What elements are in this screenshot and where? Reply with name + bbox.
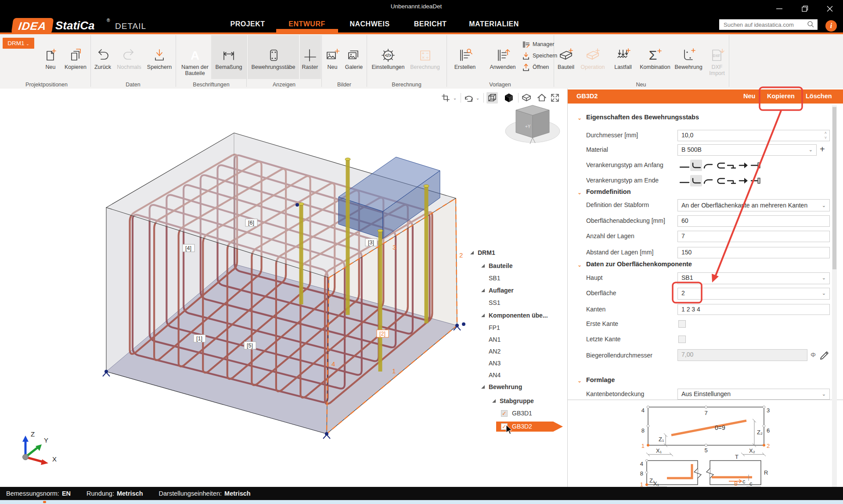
anchor-foot-icon[interactable] xyxy=(726,175,738,186)
edit-pencil-icon[interactable] xyxy=(819,349,829,361)
tree-expander-icon[interactable] xyxy=(470,251,474,254)
tree-expander-icon[interactable] xyxy=(492,399,496,403)
clipped-view-button[interactable] xyxy=(521,92,532,104)
anchor-hook-icon-selected[interactable] xyxy=(690,175,702,186)
fullscreen-button[interactable] xyxy=(549,92,561,104)
tree-node-an3[interactable]: AN3 xyxy=(489,360,501,367)
anchor-head-icon[interactable] xyxy=(738,175,749,186)
tree-node-an1[interactable]: AN1 xyxy=(489,336,501,343)
tab-materialien[interactable]: MATERIALIEN xyxy=(469,20,519,28)
zurueck-button[interactable]: Zurück xyxy=(92,47,113,70)
anchor-u-icon[interactable] xyxy=(714,160,726,171)
bewehrung-neu-button[interactable]: Bewehrung xyxy=(673,47,704,70)
tree-node-auflager[interactable]: Auflager xyxy=(489,287,514,294)
neu-position-button[interactable]: Neu xyxy=(41,47,60,70)
tab-projekt[interactable]: PROJEKT xyxy=(230,20,265,28)
tree-node-sb1[interactable]: SB1 xyxy=(489,275,500,282)
orbit-tool-dropdown[interactable]: ⌄ xyxy=(475,92,481,104)
orbit-tool-button[interactable] xyxy=(463,92,474,104)
gb3d1-checkbox[interactable]: ✓ xyxy=(501,410,508,417)
anchor-hook-icon-selected[interactable] xyxy=(690,160,702,171)
spinner-icon[interactable]: ˄˅ xyxy=(825,131,827,140)
tree-node-ss1[interactable]: SS1 xyxy=(489,299,500,306)
chevron-down-icon[interactable]: ⌄ xyxy=(577,262,582,268)
einstellungen-button[interactable]: </> Einstellungen xyxy=(369,47,407,70)
tree-node-bewehrung[interactable]: Bewehrung xyxy=(489,383,522,390)
stabform-select[interactable]: An der Oberflächenkante an mehreren Kant… xyxy=(677,199,830,211)
tab-bericht[interactable]: BERICHT xyxy=(414,20,447,28)
raster-button[interactable]: Raster xyxy=(300,47,320,70)
home-view-button[interactable] xyxy=(536,92,548,104)
material-select[interactable]: B 500B ⌄ xyxy=(677,144,817,156)
galerie-button[interactable]: Galerie xyxy=(342,47,366,70)
vorlage-speichern-button[interactable]: Speichern xyxy=(522,50,557,61)
panel-loeschen-button[interactable]: Löschen xyxy=(806,93,832,100)
solid-view-button[interactable] xyxy=(503,92,515,104)
anchor-head-icon[interactable] xyxy=(738,160,749,171)
namen-der-bauteile-button[interactable]: A Namen der Bauteile xyxy=(177,47,213,76)
tree-node-gb3d1[interactable]: GB3D1 xyxy=(512,410,532,417)
wireframe-view-button[interactable] xyxy=(486,92,498,104)
scrollbar-thumb[interactable] xyxy=(832,107,836,269)
kanten-input[interactable]: 1 2 3 4 xyxy=(677,304,830,315)
bild-neu-button[interactable]: Neu xyxy=(323,47,342,70)
chevron-down-icon[interactable]: ⌄ xyxy=(577,378,582,384)
bewehrungsstaebe-button[interactable]: Bewehrungsstäbe xyxy=(249,47,298,70)
close-button[interactable] xyxy=(825,5,834,12)
panel-scrollbar[interactable] xyxy=(832,105,837,488)
lastfall-neu-button[interactable]: Lastfall xyxy=(610,47,636,70)
abstand-lagen-input[interactable]: 150 xyxy=(677,247,830,258)
anchor-straight-icon[interactable] xyxy=(678,175,690,186)
navigation-cube[interactable]: +Y xyxy=(505,105,560,144)
letzte-kante-checkbox[interactable] xyxy=(678,336,686,343)
tree-node-komponenten[interactable]: Komponenten übe... xyxy=(489,312,548,319)
bemassung-button[interactable]: Bemaßung xyxy=(213,47,245,70)
anchor-plate-icon[interactable] xyxy=(749,175,761,186)
anchor-u-icon[interactable] xyxy=(714,175,726,186)
anchor-foot-icon[interactable] xyxy=(726,160,738,171)
tab-nachweis[interactable]: NACHWEIS xyxy=(349,20,389,28)
oberflaeche-select[interactable]: 2⌄ xyxy=(677,288,830,300)
tree-expander-icon[interactable] xyxy=(481,385,485,389)
kantenbeton-select[interactable]: Aus Einstellungen⌄ xyxy=(677,389,830,400)
tree-node-stabgruppe[interactable]: Stabgruppe xyxy=(500,397,534,404)
anchor-bend-icon[interactable] xyxy=(702,160,714,171)
chevron-down-icon[interactable]: ⌄ xyxy=(577,115,582,121)
durchmesser-input[interactable]: 10,0 ˄˅ xyxy=(677,130,830,141)
project-position-selector[interactable]: DRM1 ⌄ xyxy=(3,38,34,49)
tree-node-fp1[interactable]: FP1 xyxy=(489,324,500,331)
anchor-plate-icon[interactable] xyxy=(749,160,761,171)
clip-tool-button[interactable] xyxy=(440,92,451,104)
info-button[interactable]: i xyxy=(825,20,837,32)
tree-node-bauteile[interactable]: Bauteile xyxy=(489,262,512,269)
kopieren-position-button[interactable]: Kopieren xyxy=(61,47,90,70)
anzahl-lagen-input[interactable]: 7 xyxy=(677,231,830,242)
tree-expander-icon[interactable] xyxy=(481,289,485,292)
tab-entwurf[interactable]: ENTWURF xyxy=(288,20,325,28)
haupt-select[interactable]: SB1⌄ xyxy=(677,272,830,284)
add-material-button[interactable]: + xyxy=(820,144,825,154)
vorlage-oeffnen-button[interactable]: Öffnen xyxy=(522,61,557,73)
abdeckung-input[interactable]: 60 xyxy=(677,215,830,227)
bauteil-neu-button[interactable]: Bauteil xyxy=(555,47,577,70)
panel-neu-button[interactable]: Neu xyxy=(743,93,755,100)
vorlage-erstellen-button[interactable]: Erstellen xyxy=(451,47,479,70)
chevron-down-icon[interactable]: ⌄ xyxy=(577,189,582,196)
erste-kante-checkbox[interactable] xyxy=(678,320,686,328)
tree-node-an2[interactable]: AN2 xyxy=(489,348,501,355)
manager-button[interactable]: Manager xyxy=(522,39,557,50)
tree-expander-icon[interactable] xyxy=(481,314,485,317)
speichern-button[interactable]: Speichern xyxy=(145,47,174,70)
anchor-straight-icon[interactable] xyxy=(678,160,690,171)
tree-node-an4[interactable]: AN4 xyxy=(489,372,501,379)
panel-kopieren-button[interactable]: Kopieren xyxy=(767,93,795,100)
clip-tool-dropdown[interactable]: ⌄ xyxy=(452,92,458,104)
3d-viewport[interactable]: 1 2 3 4 [4] [6] [3] [1] [5] [2] xyxy=(0,89,568,487)
search-input[interactable] xyxy=(719,19,818,30)
minimize-button[interactable] xyxy=(775,5,784,12)
anchor-bend-icon[interactable] xyxy=(702,175,714,186)
kombination-neu-button[interactable]: Σ Kombination xyxy=(637,47,674,70)
search-icon[interactable] xyxy=(807,21,814,29)
restore-button[interactable] xyxy=(800,5,809,12)
tree-root-drm1[interactable]: DRM1 xyxy=(478,249,495,256)
